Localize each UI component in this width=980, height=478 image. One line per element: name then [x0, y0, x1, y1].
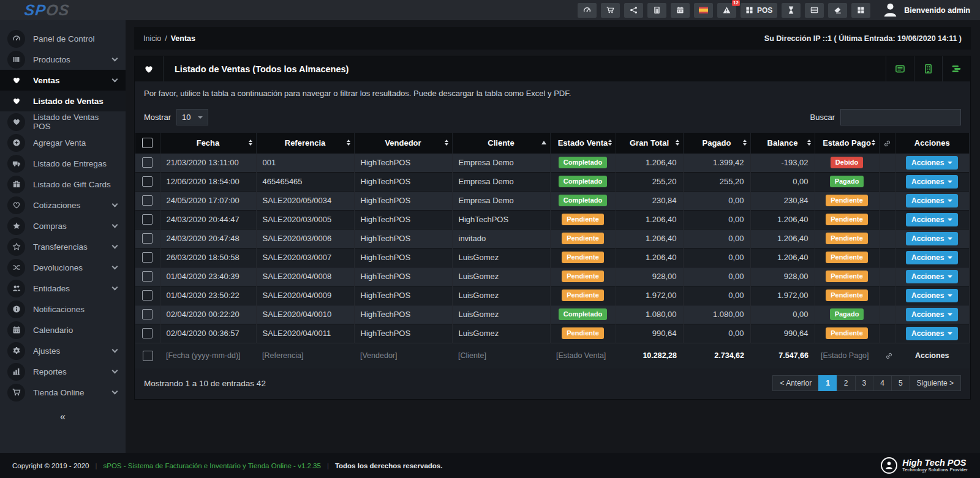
filter-estado-venta[interactable]: [Estado Venta] [550, 343, 616, 368]
topbar-calculator-button[interactable] [647, 3, 666, 18]
topbar-modules-button[interactable] [851, 3, 870, 18]
row-checkbox[interactable] [142, 271, 153, 282]
acciones-button[interactable]: Acciones [906, 251, 958, 264]
acciones-button[interactable]: Acciones [906, 194, 958, 207]
filter-fecha[interactable]: [Fecha (yyyy-mm-dd)] [160, 343, 256, 368]
topbar-alerts-button[interactable]: 12 [717, 3, 736, 18]
search-input[interactable] [840, 109, 961, 125]
sidebar-item-notificaciones[interactable]: Notificaciones [0, 299, 126, 319]
chart-icon [7, 363, 25, 381]
table-filter-row: [Fecha (yyyy-mm-dd)] [Referencia] [Vende… [135, 343, 970, 368]
topbar-registers-button[interactable] [805, 3, 824, 18]
filter-referencia[interactable]: [Referencia] [256, 343, 354, 368]
column-header-pagado[interactable]: Pagado [683, 133, 750, 153]
copyright-text: Copyright © 2019 - 2020 [12, 462, 89, 469]
topbar-language-spanish-button[interactable] [694, 3, 713, 18]
acciones-button[interactable]: Acciones [906, 213, 958, 226]
app-logo[interactable]: SPOS [0, 1, 127, 19]
row-checkbox[interactable] [142, 233, 153, 244]
acciones-button[interactable]: Acciones [906, 327, 958, 340]
page-size-select[interactable]: 10 [176, 109, 208, 125]
row-checkbox[interactable] [142, 214, 153, 225]
row-checkbox[interactable] [142, 195, 153, 206]
pay-status-badge: Pendiente [826, 233, 868, 244]
footer-checkbox[interactable] [143, 351, 153, 361]
acciones-button[interactable]: Acciones [906, 289, 958, 302]
sidebar-item-agregar-venta[interactable]: Agregar Venta [0, 132, 126, 153]
sidebar-collapse-button[interactable]: « [0, 411, 126, 422]
pagination-page-2[interactable]: 2 [837, 375, 856, 391]
sidebar-item-ventas[interactable]: Ventas [0, 70, 126, 91]
sidebar-item-reportes[interactable]: Reportes [0, 361, 126, 382]
column-header-vendedor[interactable]: Vendedor [354, 133, 452, 153]
sidebar-item-transferencias[interactable]: Transferencias [0, 236, 126, 257]
sidebar-item-listado-de-ventas-pos[interactable]: Listado de Ventas POS [0, 111, 126, 132]
sidebar-item-entidades[interactable]: Entidades [0, 278, 126, 299]
topbar-pos-button[interactable]: POS [741, 3, 777, 18]
row-checkbox[interactable] [142, 252, 153, 263]
column-header-balance[interactable]: Balance [750, 133, 815, 153]
acciones-button[interactable]: Acciones [906, 270, 958, 283]
row-checkbox[interactable] [142, 176, 153, 187]
pagination-page-3[interactable]: 3 [855, 375, 874, 391]
cell-acciones: Acciones [895, 305, 970, 324]
column-header-referencia[interactable]: Referencia [256, 133, 354, 153]
topbar-cart-button[interactable] [601, 3, 620, 18]
filter-estado-pago[interactable]: [Estado Pago] [815, 343, 879, 368]
cell-referencia: SALE2020/04/0008 [256, 267, 354, 286]
pagination-prev-button[interactable]: < Anterior [772, 375, 819, 391]
topbar-dashboard-button[interactable] [578, 3, 597, 18]
sidebar-item-panel-de-control[interactable]: Panel de Control [0, 28, 126, 49]
sidebar-item-listado-de-gift-cards[interactable]: Listado de Gift Cards [0, 174, 126, 195]
column-header-estado-venta[interactable]: Estado Venta [550, 133, 616, 153]
pagination-page-4[interactable]: 4 [873, 375, 892, 391]
topbar-pending-sales-button[interactable] [782, 3, 801, 18]
filter-vendedor[interactable]: [Vendedor] [354, 343, 452, 368]
pagination-next-button[interactable]: Siguiente > [910, 375, 961, 391]
cell-cliente: LuisGomez [452, 267, 550, 286]
sidebar-item-ajustes[interactable]: Ajustes [0, 340, 126, 361]
row-checkbox[interactable] [142, 290, 153, 301]
user-menu[interactable]: Bienvenido admin [882, 2, 970, 18]
pay-status-badge: Pendiente [826, 195, 868, 206]
acciones-button[interactable]: Acciones [906, 308, 958, 321]
row-checkbox[interactable] [142, 328, 153, 338]
acciones-button[interactable]: Acciones [906, 156, 958, 170]
sidebar-item-cotizaciones[interactable]: Cotizaciones [0, 195, 126, 215]
sale-status-badge: Completado [559, 176, 608, 187]
topbar-calendar-button[interactable] [671, 3, 690, 18]
column-header-gran-total[interactable]: Gran Total [616, 133, 683, 153]
sidebar-item-calendario[interactable]: Calendario [0, 319, 126, 340]
table-row: 24/03/2020 20:47:48SALE2020/03/0006HighT… [135, 229, 970, 248]
pagination-page-1[interactable]: 1 [818, 375, 837, 391]
acciones-button[interactable]: Acciones [906, 175, 958, 189]
row-checkbox[interactable] [142, 157, 153, 168]
acciones-button[interactable]: Acciones [906, 232, 958, 245]
cell-gran-total: 1.206,40 [616, 248, 683, 267]
table-row: 24/03/2020 20:44:47SALE2020/03/0005HighT… [135, 210, 970, 229]
sidebar-item-productos[interactable]: Productos [0, 49, 126, 70]
column-header-fecha[interactable]: Fecha [160, 133, 256, 153]
topbar-share-button[interactable] [624, 3, 643, 18]
column-header-estado-pago[interactable]: Estado Pago [815, 133, 879, 153]
pagination-page-5[interactable]: 5 [891, 375, 910, 391]
sidebar-item-listado-de-entregas[interactable]: Listado de Entregas [0, 153, 126, 174]
breadcrumb-home-link[interactable]: Inicio [143, 34, 161, 43]
columns-button[interactable] [942, 56, 970, 81]
sidebar-item-compras[interactable]: Compras [0, 215, 126, 236]
pay-status-badge: Debido [831, 157, 863, 168]
filter-cliente[interactable]: [Cliente] [452, 343, 550, 368]
select-all-checkbox[interactable] [142, 138, 153, 148]
column-header-cliente[interactable]: Cliente [452, 133, 550, 153]
caret-down-icon [948, 313, 952, 316]
acciones-button-label: Acciones [911, 177, 944, 186]
sidebar-item-label: Agregar Venta [33, 138, 86, 148]
topbar-clear-cache-button[interactable] [828, 3, 847, 18]
sidebar-item-devoluciones[interactable]: Devoluciones [0, 257, 126, 278]
sidebar-item-listado-de-ventas[interactable]: Listado de Ventas [0, 91, 126, 111]
rights-text: Todos los derechos reservados. [335, 462, 443, 469]
row-checkbox[interactable] [142, 309, 153, 319]
export-excel-button[interactable] [886, 56, 914, 81]
sidebar-item-tienda-online[interactable]: Tienda Online [0, 382, 126, 403]
export-pdf-button[interactable] [914, 56, 942, 81]
